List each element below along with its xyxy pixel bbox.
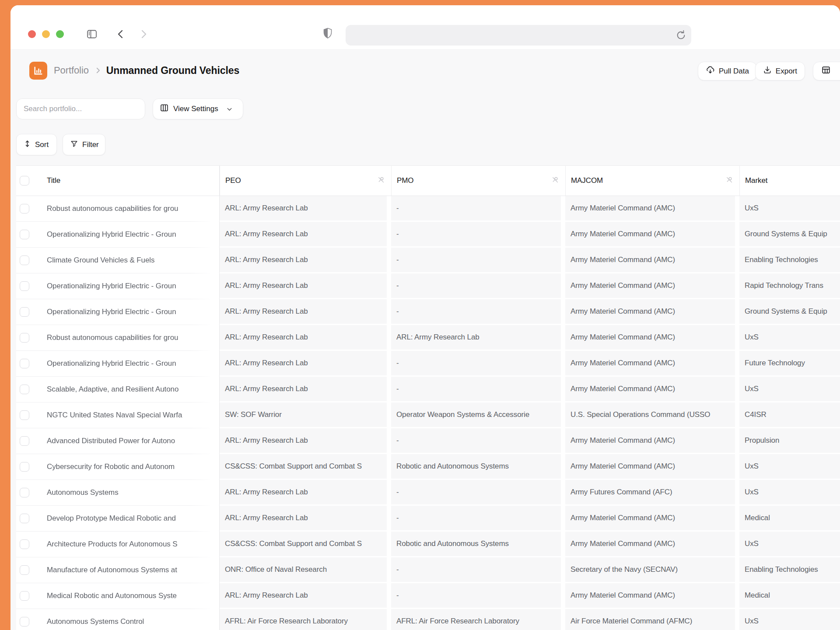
- table-row[interactable]: Advanced Distributed Power for Autono AR…: [16, 428, 840, 454]
- row-checkbox[interactable]: [20, 539, 29, 549]
- cell-peo: ARL: Army Research Lab: [220, 273, 391, 299]
- cell-pmo: -: [391, 351, 565, 377]
- cell-majcom: U.S. Special Operations Command (USSO: [565, 402, 739, 428]
- view-settings-button[interactable]: View Settings: [153, 98, 243, 119]
- column-header-title[interactable]: Title: [40, 166, 214, 196]
- row-checkbox[interactable]: [20, 281, 29, 291]
- table-view-button[interactable]: [813, 62, 840, 80]
- pinned-column-divider: [214, 557, 220, 583]
- column-header-market[interactable]: Market: [739, 166, 840, 196]
- pull-data-button[interactable]: Pull Data: [698, 62, 757, 80]
- cell-title: Scalable, Adaptive, and Resilient Autono: [40, 377, 214, 402]
- close-window-button[interactable]: [28, 30, 36, 38]
- table-row[interactable]: Autonomous Systems Control AFRL: Air For…: [16, 609, 840, 630]
- back-button[interactable]: [116, 29, 126, 41]
- browser-toolbar: [10, 5, 840, 49]
- row-checkbox[interactable]: [20, 333, 29, 343]
- sort-arrows-icon: [24, 140, 31, 150]
- column-header-peo[interactable]: PEO: [220, 166, 391, 196]
- row-checkbox[interactable]: [20, 514, 29, 523]
- table-row[interactable]: Operationalizing Hybrid Electric - Groun…: [16, 351, 840, 377]
- cell-pmo: AFRL: Air Force Research Laboratory: [391, 609, 565, 630]
- pinned-column-divider: [214, 222, 220, 248]
- download-icon: [763, 66, 772, 77]
- sort-button[interactable]: Sort: [16, 134, 57, 155]
- row-checkbox[interactable]: [20, 256, 29, 265]
- cell-majcom: Army Materiel Command (AMC): [565, 222, 739, 248]
- zoom-window-button[interactable]: [56, 30, 64, 38]
- table-row[interactable]: Cybersecurity for Robotic and Autonom CS…: [16, 454, 840, 480]
- row-checkbox[interactable]: [20, 488, 29, 497]
- table-row[interactable]: Manufacture of Autonomous Systems at ONR…: [16, 557, 840, 583]
- table-row[interactable]: Scalable, Adaptive, and Resilient Autono…: [16, 377, 840, 402]
- cell-market: UxS: [739, 454, 840, 480]
- column-header-pmo[interactable]: PMO: [391, 166, 565, 196]
- cell-peo: ARL: Army Research Lab: [220, 480, 391, 506]
- table-header: Title PEO PMO: [16, 166, 840, 196]
- cell-title: Autonomous Systems: [40, 480, 214, 506]
- filter-label: Filter: [82, 140, 99, 149]
- row-checkbox[interactable]: [20, 230, 29, 239]
- reload-icon[interactable]: [675, 29, 687, 43]
- row-checkbox[interactable]: [20, 359, 29, 368]
- table-row[interactable]: Climate Ground Vehicles & Fuels ARL: Arm…: [16, 248, 840, 273]
- columns-icon: [160, 103, 169, 115]
- row-checkbox[interactable]: [20, 462, 29, 472]
- cell-title: NGTC United States Naval Special Warfa: [40, 402, 214, 428]
- pinned-column-divider: [214, 506, 220, 532]
- cell-pmo: -: [391, 583, 565, 609]
- row-checkbox[interactable]: [20, 410, 29, 420]
- table-row[interactable]: Robust autonomous capabilities for grou …: [16, 325, 840, 351]
- address-bar[interactable]: [346, 25, 691, 46]
- cell-majcom: Army Materiel Command (AMC): [565, 506, 739, 532]
- table-row[interactable]: Develop Prototype Medical Robotic and AR…: [16, 506, 840, 532]
- row-checkbox[interactable]: [20, 385, 29, 394]
- pin-off-icon[interactable]: [377, 176, 385, 186]
- row-checkbox[interactable]: [20, 591, 29, 601]
- cell-title: Cybersecurity for Robotic and Autonom: [40, 454, 214, 480]
- row-checkbox[interactable]: [20, 617, 29, 626]
- row-checkbox[interactable]: [20, 436, 29, 446]
- pin-off-icon[interactable]: [551, 176, 559, 186]
- cell-market: Future Technology: [739, 351, 840, 377]
- cell-pmo: -: [391, 428, 565, 454]
- search-input[interactable]: [16, 98, 145, 119]
- cell-majcom: Army Materiel Command (AMC): [565, 273, 739, 299]
- select-all-checkbox[interactable]: [20, 176, 29, 186]
- table-row[interactable]: NGTC United States Naval Special Warfa S…: [16, 402, 840, 428]
- minimize-window-button[interactable]: [42, 30, 50, 38]
- table-row[interactable]: Operationalizing Hybrid Electric - Groun…: [16, 222, 840, 248]
- table-row[interactable]: Medical Robotic and Autonomous Syste ARL…: [16, 583, 840, 609]
- cell-pmo: Robotic and Autonomous Systems: [391, 454, 565, 480]
- table-row[interactable]: Architecture Products for Autonomous S C…: [16, 532, 840, 557]
- forward-button[interactable]: [138, 29, 149, 41]
- row-checkbox[interactable]: [20, 307, 29, 317]
- pinned-column-divider: [214, 480, 220, 506]
- table-row[interactable]: Operationalizing Hybrid Electric - Groun…: [16, 299, 840, 325]
- cell-majcom: Army Materiel Command (AMC): [565, 248, 739, 273]
- column-header-majcom[interactable]: MAJCOM: [565, 166, 739, 196]
- pin-off-icon[interactable]: [725, 176, 733, 186]
- export-button[interactable]: Export: [755, 62, 805, 80]
- filter-button[interactable]: Filter: [63, 134, 105, 155]
- cell-title: Autonomous Systems Control: [40, 609, 214, 630]
- cell-majcom: Army Materiel Command (AMC): [565, 532, 739, 557]
- pinned-column-divider: [214, 273, 220, 299]
- privacy-shield-icon[interactable]: [322, 27, 333, 41]
- breadcrumb-root[interactable]: Portfolio: [54, 65, 89, 76]
- cell-majcom: Army Materiel Command (AMC): [565, 583, 739, 609]
- cell-peo: ARL: Army Research Lab: [220, 351, 391, 377]
- cell-market: UxS: [739, 609, 840, 630]
- cell-majcom: Army Futures Command (AFC): [565, 480, 739, 506]
- row-checkbox[interactable]: [20, 204, 29, 214]
- pinned-column-divider: [214, 325, 220, 351]
- table-row[interactable]: Robust autonomous capabilities for grou …: [16, 196, 840, 222]
- table-row[interactable]: Operationalizing Hybrid Electric - Groun…: [16, 273, 840, 299]
- page-header: Portfolio Unmanned Ground Vehicles Pull …: [10, 56, 840, 85]
- cell-title: Operationalizing Hybrid Electric - Groun: [40, 273, 214, 299]
- table-row[interactable]: Autonomous Systems ARL: Army Research La…: [16, 480, 840, 506]
- pull-data-label: Pull Data: [719, 67, 749, 76]
- sidebar-toggle-icon[interactable]: [86, 28, 98, 42]
- row-checkbox[interactable]: [20, 565, 29, 575]
- cell-peo: CS&CSS: Combat Support and Combat S: [220, 532, 391, 557]
